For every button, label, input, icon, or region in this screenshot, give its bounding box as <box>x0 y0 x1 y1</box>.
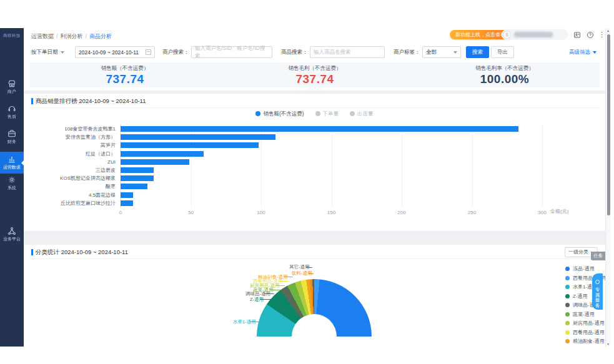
bar-chart-plot: 108食堂带骨去皮鸭掌1安佳含盐黄油（方形）莴笋片红提（进口）ZUI三边磨皮KO… <box>30 125 600 207</box>
x-axis-ticks: 050100150200250300 <box>121 210 542 216</box>
product-search-label: 商品搜索： <box>281 49 308 56</box>
avatar: S <box>503 31 511 39</box>
advanced-filter-link[interactable]: 高级筛选 <box>569 49 597 56</box>
export-button[interactable]: 导出 <box>491 46 514 58</box>
bar-row: 莴笋片 <box>30 141 600 149</box>
legend-dot-icon <box>565 312 570 317</box>
sidebar-item-system[interactable]: 系统 <box>0 175 24 190</box>
label-leader-line <box>284 277 293 277</box>
bar[interactable] <box>121 151 204 157</box>
date-range-input[interactable]: 2024-10-09 ~ 2024-10-11 <box>75 46 155 58</box>
pie-chart-title: 分类统计 2024-10-09 ~ 2024-10-11 <box>31 248 128 257</box>
bar[interactable] <box>121 184 147 189</box>
legend-dot-icon <box>565 330 570 335</box>
pie-legend-item[interactable]: 冻品-通用 <box>565 265 595 272</box>
merchant-search-label: 商户搜索： <box>162 49 189 56</box>
sidebar-item-finance[interactable]: 财务 <box>0 129 24 144</box>
legend-dot-icon <box>255 111 260 116</box>
x-tick-label: 0 <box>119 210 122 215</box>
bar[interactable] <box>121 142 259 148</box>
scrollbar-thumb[interactable] <box>607 34 610 215</box>
label-leader-line <box>270 290 280 290</box>
merchant-tag-select[interactable]: 全部 <box>422 46 461 58</box>
label-leader-line <box>309 273 314 274</box>
breadcrumb-item[interactable]: 运营数据 <box>31 33 54 39</box>
legend-item[interactable]: 下单量 <box>315 111 339 118</box>
label-leader-line <box>276 285 285 286</box>
label-leader-line <box>250 322 269 322</box>
breadcrumb-current: 商品分析 <box>89 33 112 39</box>
more-icon[interactable]: ⋮ <box>598 31 605 39</box>
scroll-up-icon[interactable]: ▲ <box>607 29 610 32</box>
business-platform-icon <box>7 227 16 235</box>
scroll-down-icon[interactable]: ▼ <box>607 342 610 346</box>
help-icon[interactable] <box>587 30 594 41</box>
bar-category-label: 4.5圆花边碟 <box>30 192 121 199</box>
merchant-search-input[interactable]: 输入商户名/SID、账户名/ID搜索 <box>191 46 272 58</box>
service-pill[interactable]: 专属服务 <box>592 273 603 310</box>
legend-item[interactable]: 销售额(不含运费) <box>255 111 304 118</box>
x-tick-label: 250 <box>468 210 476 215</box>
app-logo: 商联科技 <box>0 33 24 39</box>
bar-category-label: ZUI <box>30 159 121 165</box>
x-tick-label: 150 <box>327 210 335 215</box>
bar-category-label: 三边磨皮 <box>30 167 121 174</box>
date-type-select[interactable]: 按下单日期 <box>31 49 64 56</box>
legend-dot-icon <box>350 111 355 116</box>
bar[interactable] <box>121 192 133 198</box>
sidebar: 商联科技 商户售后财务运营数据系统业务平台 <box>0 28 24 347</box>
legend-dot-icon <box>565 276 570 280</box>
finance-icon <box>7 129 16 138</box>
pie-chart-card: 分类统计 2024-10-09 ~ 2024-10-11 一级分类 其它-通用饮… <box>24 245 605 347</box>
contacts-icon[interactable] <box>573 30 581 41</box>
bar[interactable] <box>121 134 275 140</box>
content-area: 运营数据/利润分析/商品分析 新功能上线，点击查看 S ⋮ 按下单日期 2024… <box>24 28 605 347</box>
top-section: 运营数据/利润分析/商品分析 新功能上线，点击查看 S ⋮ 按下单日期 2024… <box>24 28 605 91</box>
bar-row: 酸枣 <box>30 182 600 190</box>
page: 商联科技 商户售后财务运营数据系统业务平台 运营数据/利润分析/商品分析 新功能… <box>0 0 614 364</box>
sidebar-item-aftersale[interactable]: 售后 <box>0 104 24 119</box>
operation-data-icon <box>7 155 16 164</box>
user-pill[interactable]: S <box>502 29 568 40</box>
task-tag[interactable]: 任务 <box>591 252 605 260</box>
search-button[interactable]: 搜索 <box>466 46 489 58</box>
breadcrumb-item[interactable]: 利润分析 <box>61 33 83 39</box>
sidebar-item-merchant[interactable]: 商户 <box>0 79 24 94</box>
x-tick-label: 200 <box>397 210 405 215</box>
chevron-down-icon <box>61 51 64 54</box>
legend-dot-icon <box>315 111 320 116</box>
legend-dot-icon <box>565 294 570 298</box>
calendar-icon <box>146 49 151 55</box>
x-axis-label: 金额(元) <box>550 208 568 215</box>
bar[interactable] <box>121 167 154 173</box>
pie-legend-item[interactable]: 厨房用品-通用 <box>565 320 605 327</box>
bar[interactable] <box>121 126 518 132</box>
legend-dot-icon <box>565 267 570 271</box>
chevron-down-icon <box>593 51 597 54</box>
bar[interactable] <box>121 159 189 165</box>
bar-row: 三边磨皮 <box>30 166 600 174</box>
bar[interactable] <box>121 175 154 181</box>
legend-item[interactable]: 出库量 <box>350 111 374 118</box>
bar-chart-card: 商品销量排行榜 2024-10-09 ~ 2024-10-11 销售额(不含运费… <box>24 94 605 231</box>
pie-legend-item[interactable]: Z-通用 <box>565 293 588 300</box>
pie-legend-item[interactable]: 粮油副食-通用 <box>565 338 605 345</box>
pie-legend-item[interactable]: 蔬菜-通用 <box>565 311 595 318</box>
kpi-band: 销售额（不含运费） 737.74 销售毛利（不含运费） 737.74 销售毛利率… <box>30 62 600 87</box>
bar-row: ZUI <box>30 158 600 166</box>
bar-chart-title: 商品销量排行榜 2024-10-09 ~ 2024-10-11 <box>31 97 146 106</box>
legend-dot-icon <box>565 285 570 289</box>
scrollbar[interactable]: ▲ ▼ <box>605 28 610 347</box>
legend-dot-icon <box>565 303 570 307</box>
bar-row: KOS凯想记金牌高达椰浆 <box>30 174 600 182</box>
headset-icon <box>595 280 600 284</box>
sidebar-item-operation-data[interactable]: 运营数据 <box>0 152 24 174</box>
sidebar-item-business-platform[interactable]: 业务平台 <box>0 227 24 242</box>
product-search-input[interactable]: 输入商品名搜索 <box>310 46 385 58</box>
label-leader-line <box>260 299 274 300</box>
bar-category-label: 酸枣 <box>30 183 121 190</box>
x-tick-label: 300 <box>538 210 546 215</box>
bar[interactable] <box>121 200 133 206</box>
pie-legend-item[interactable]: 西餐用品-通用 <box>565 329 605 336</box>
breadcrumb: 运营数据/利润分析/商品分析 <box>31 32 112 41</box>
